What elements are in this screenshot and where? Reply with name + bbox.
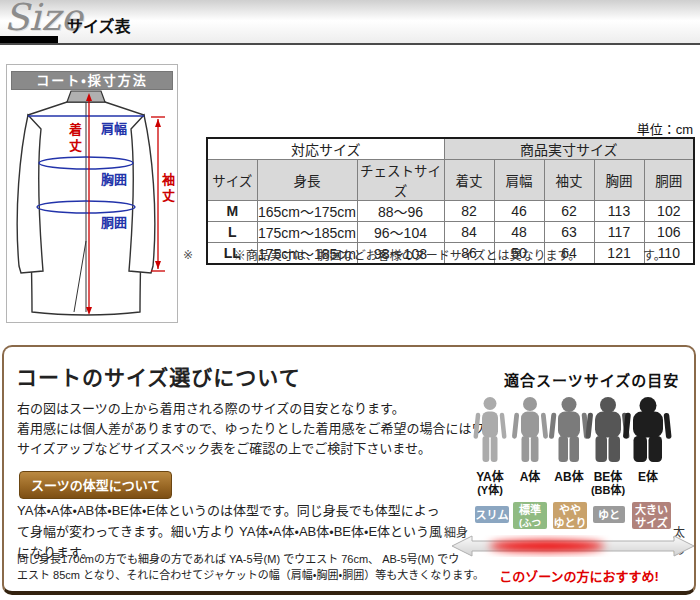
- data-cell: 113: [594, 201, 644, 222]
- fit-chip-line: サイズ: [632, 517, 671, 530]
- fit-chip-line: ゆとり: [553, 517, 587, 530]
- measurement-panel: コート・採寸方法 着丈 肩幅 胸囲 胴囲 袖丈: [6, 64, 178, 323]
- col-header-chest: 胸囲: [594, 160, 644, 201]
- info-box: コートのサイズ選びについて 右の図はスーツの上から着用される際のサイズの目安とな…: [2, 345, 696, 595]
- unit-label: 単位：cm: [600, 119, 693, 138]
- table-note: ※商品実寸は、胸囲などお客様のヌードサイズとは異なります。: [206, 246, 608, 263]
- info-title: コートのサイズ選びについて: [16, 361, 301, 391]
- footnote-mark: ※: [183, 248, 193, 262]
- data-cell: 48: [494, 222, 544, 243]
- label-body-length: 着丈: [65, 123, 84, 155]
- data-cell: 106: [644, 222, 694, 243]
- body-type-label-sub: (Y体): [466, 484, 514, 497]
- fit-chip-line: 大きい: [632, 504, 671, 517]
- data-cell: 165cm～175cm: [257, 201, 357, 222]
- fit-chip: 標準 (ふつう): [513, 502, 547, 529]
- table-column-header-row: サイズ 身長 チェストサイズ 着丈 肩幅 袖丈 胸囲 胴囲: [207, 160, 694, 201]
- detail-line: エスト 85cm となり、それに合わせてジャケットの幅（肩幅・胸囲・胴囲）等も大…: [17, 567, 484, 583]
- page-title: サイズ表: [67, 13, 131, 37]
- range-arrow-svg: [450, 532, 696, 560]
- body-type-figure-ab: [549, 397, 589, 462]
- fit-chip: やや ゆとり: [553, 502, 587, 529]
- fit-chip: 大きい サイズ: [632, 502, 671, 529]
- fit-chip-line: 標準: [513, 504, 547, 517]
- body-type-figure-be: [585, 397, 629, 462]
- data-cell: 82: [444, 201, 494, 222]
- body-type-line: YA体・A体・AB体・BE体・E体というのは体型です。同じ身長でも体型によっ: [17, 500, 442, 521]
- col-header-body-length: 着丈: [444, 160, 494, 201]
- label-chest: 胸囲: [101, 169, 127, 188]
- data-cell: 63: [544, 222, 594, 243]
- coat-collar: [67, 91, 105, 102]
- intro-line: 着用感には個人差がありますので、ゆったりとした着用感をご希望の場合にはワン: [17, 419, 497, 439]
- data-cell: 88～96: [357, 201, 444, 222]
- fit-chip: スリム: [475, 506, 509, 523]
- recommend-zone-glow: [489, 541, 605, 552]
- fit-chip: ゆとり: [593, 506, 625, 523]
- size-cell: L: [207, 222, 257, 243]
- size-cell: M: [207, 201, 257, 222]
- table-row: M 165cm～175cm 88～96 82 46 62 113 102: [207, 201, 694, 222]
- intro-text: 右の図はスーツの上から着用される際のサイズの目安となります。 着用感には個人差が…: [17, 399, 497, 459]
- sizing-guide-title: 適合スーツサイズの目安: [504, 369, 679, 390]
- page-root: Size サイズ表: [0, 0, 700, 600]
- data-cell: 46: [494, 201, 544, 222]
- body-type-label-main: E体: [624, 471, 672, 484]
- detail-text: 同じ身長170cmの方でも細身の方であれば YA-5号(M) でウエスト 76c…: [17, 551, 484, 583]
- fit-chip-line: やや: [553, 504, 587, 517]
- header-band: Size サイズ表: [0, 0, 700, 45]
- coat-right-sleeve: [129, 115, 155, 273]
- col-header-size: サイズ: [207, 160, 257, 201]
- data-cell: 117: [594, 222, 644, 243]
- data-cell: 62: [544, 201, 594, 222]
- recommend-text: このゾーンの方におすすめ!: [462, 566, 696, 585]
- size-logo-underline: [0, 36, 58, 43]
- col-header-chest-size: チェストサイズ: [357, 160, 444, 201]
- data-cell: 175cm～185cm: [257, 222, 357, 243]
- body-figures-svg: [462, 397, 694, 465]
- col-header-waist: 胴囲: [644, 160, 694, 201]
- intro-line: 右の図はスーツの上から着用される際のサイズの目安となります。: [17, 399, 497, 419]
- table-row: L 175cm～185cm 96～104 84 48 63 117 106: [207, 222, 694, 243]
- table-note-overflow: す。: [643, 246, 666, 263]
- fit-chip-line: スリム: [475, 507, 509, 523]
- coat-left-sleeve: [17, 115, 43, 273]
- body-type-figure-ya: [473, 397, 506, 462]
- intro-line: サイズアップなどサイズスペック表をご確認の上でご検討下さいませ。: [17, 439, 497, 459]
- body-type-label-sub: (BB体): [584, 484, 632, 497]
- group-header-actual: 商品実寸サイズ: [444, 138, 694, 160]
- label-sleeve-length: 袖丈: [158, 173, 177, 205]
- table-group-header-row: 対応サイズ 商品実寸サイズ: [207, 138, 694, 160]
- body-type-figure-e: [623, 397, 672, 462]
- data-cell: 102: [644, 201, 694, 222]
- coat-diagram-svg: [7, 65, 179, 324]
- body-type-line: て身幅が変わってきます。細い方より YA体・A体・AB体・BE体・E体という風: [17, 521, 442, 542]
- label-shoulder-width: 肩幅: [101, 118, 127, 137]
- detail-line: 同じ身長170cmの方でも細身の方であれば YA-5号(M) でウエスト 76c…: [17, 551, 484, 567]
- data-cell: 84: [444, 222, 494, 243]
- col-header-height: 身長: [257, 160, 357, 201]
- label-waist: 胴囲: [101, 212, 127, 231]
- data-cell: 96～104: [357, 222, 444, 243]
- measurement-panel-title: コート・採寸方法: [11, 71, 173, 90]
- col-header-sleeve: 袖丈: [544, 160, 594, 201]
- body-type-badge: スーツの体型について: [19, 471, 172, 499]
- body-type-label: E体: [624, 471, 672, 484]
- col-header-shoulder: 肩幅: [494, 160, 544, 201]
- group-header-correspond: 対応サイズ: [207, 138, 444, 160]
- body-type-figure-a: [512, 397, 548, 462]
